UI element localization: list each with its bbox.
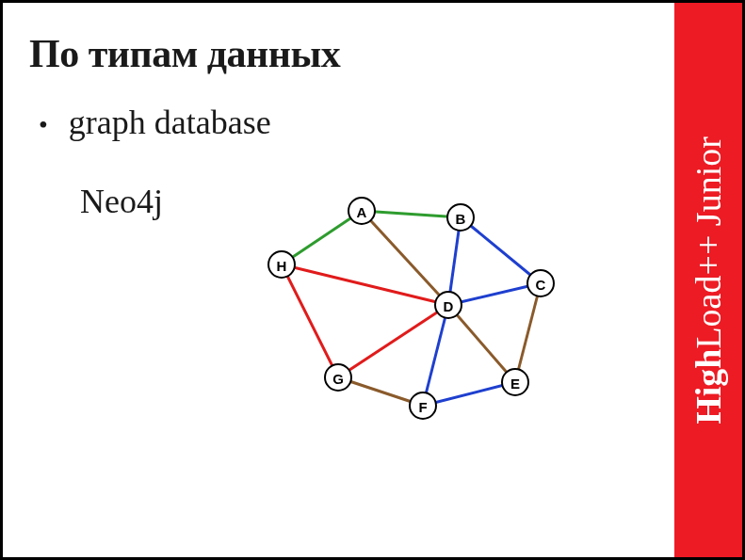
bullet-dot-icon: •: [39, 110, 48, 140]
node-label-A: A: [357, 204, 367, 220]
slide-title: По типам данных: [29, 31, 648, 76]
slide: По типам данных • graph database Neo4j A…: [3, 3, 742, 557]
edge-C-E: [515, 283, 541, 382]
brand-junior: Junior: [688, 136, 728, 235]
brand-load: Load++: [688, 234, 728, 348]
edge-D-H: [282, 264, 448, 305]
edge-A-H: [282, 211, 362, 264]
bullet-text: graph database: [69, 103, 271, 142]
brand-high: High: [688, 348, 728, 424]
node-label-H: H: [277, 258, 287, 274]
node-label-C: C: [536, 277, 546, 293]
edge-E-F: [423, 382, 515, 406]
node-label-D: D: [444, 298, 454, 314]
edge-G-H: [282, 264, 338, 377]
node-label-F: F: [418, 399, 427, 415]
content-area: По типам данных • graph database Neo4j A…: [3, 3, 674, 557]
edge-A-D: [362, 211, 448, 305]
node-label-B: B: [456, 211, 466, 227]
edge-A-B: [362, 211, 461, 217]
brand-text: HighLoad++ Junior: [688, 136, 729, 424]
edge-C-D: [448, 283, 541, 305]
bullet-item: • graph database: [39, 103, 648, 142]
node-label-E: E: [510, 376, 520, 392]
brand-sidebar: HighLoad++ Junior: [674, 3, 742, 557]
edge-B-C: [461, 217, 541, 283]
graph-diagram: ABCDEFGH: [253, 184, 583, 448]
node-label-G: G: [332, 371, 344, 387]
edge-D-E: [448, 305, 515, 382]
